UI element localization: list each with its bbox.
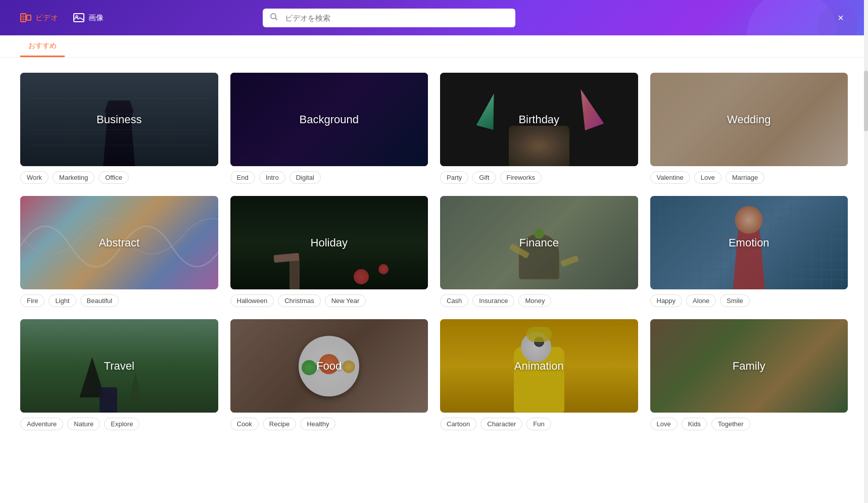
category-label-emotion: Emotion (729, 236, 769, 249)
category-block-family: FamilyLoveKidsTogether (650, 319, 848, 430)
tag-together[interactable]: Together (711, 418, 750, 430)
tags-row-holiday: HalloweenChristmasNew Year (230, 294, 428, 307)
tag-cook[interactable]: Cook (230, 418, 259, 430)
search-bar (263, 9, 515, 27)
tag-new-year[interactable]: New Year (325, 294, 366, 307)
category-card-birthday[interactable]: Birthday (440, 73, 638, 166)
category-card-wedding[interactable]: Wedding (650, 73, 848, 166)
tag-christmas[interactable]: Christmas (278, 294, 321, 307)
category-card-abstract[interactable]: Abstract (20, 196, 218, 289)
category-card-background[interactable]: Background (230, 73, 428, 166)
scrollbar-thumb[interactable] (864, 71, 868, 131)
tag-money[interactable]: Money (518, 294, 551, 307)
category-label-travel: Travel (104, 360, 134, 373)
tag-cartoon[interactable]: Cartoon (440, 418, 476, 430)
tag-love[interactable]: Love (694, 171, 721, 184)
tag-recipe[interactable]: Recipe (263, 418, 296, 430)
tags-row-wedding: ValentineLoveMarriage (650, 171, 848, 184)
tag-end[interactable]: End (230, 171, 255, 184)
tag-marriage[interactable]: Marriage (726, 171, 764, 184)
tag-happy[interactable]: Happy (650, 294, 683, 307)
tag-nature[interactable]: Nature (67, 418, 100, 430)
tag-party[interactable]: Party (440, 171, 468, 184)
tags-row-abstract: FireLightBeautiful (20, 294, 218, 307)
header: ビデオ 画像 × (0, 0, 868, 35)
tag-love[interactable]: Love (650, 418, 678, 430)
tag-gift[interactable]: Gift (472, 171, 496, 184)
category-overlay-family: Family (650, 319, 848, 413)
category-overlay-emotion: Emotion (650, 196, 848, 289)
close-button[interactable]: × (834, 10, 848, 26)
tag-light[interactable]: Light (49, 294, 76, 307)
category-card-travel[interactable]: Travel (20, 319, 218, 413)
tag-smile[interactable]: Smile (720, 294, 750, 307)
sub-nav: おすすめ (0, 35, 868, 58)
category-card-finance[interactable]: Finance (440, 196, 638, 289)
tag-work[interactable]: Work (20, 171, 49, 184)
category-label-background: Background (300, 113, 359, 126)
category-block-business: BusinessWorkMarketingOffice (20, 73, 218, 184)
tags-row-background: EndIntroDigital (230, 171, 428, 184)
category-overlay-food: Food (230, 319, 428, 413)
category-card-family[interactable]: Family (650, 319, 848, 413)
tags-row-birthday: PartyGiftFireworks (440, 171, 638, 184)
header-nav: ビデオ 画像 (20, 13, 104, 23)
category-card-food[interactable]: Food (230, 319, 428, 413)
nav-video-label: ビデオ (35, 13, 58, 23)
search-icon (270, 13, 278, 23)
main-content: BusinessWorkMarketingOffice BackgroundEn… (0, 58, 868, 503)
category-overlay-abstract: Abstract (20, 196, 218, 289)
category-overlay-holiday: Holiday (230, 196, 428, 289)
category-card-business[interactable]: Business (20, 73, 218, 166)
tags-row-travel: AdventureNatureExplore (20, 418, 218, 430)
category-block-travel: TravelAdventureNatureExplore (20, 319, 218, 430)
scrollbar[interactable] (864, 0, 868, 503)
category-block-birthday: BirthdayPartyGiftFireworks (440, 73, 638, 184)
category-overlay-animation: Animation (440, 319, 638, 413)
tags-row-finance: CashInsuranceMoney (440, 294, 638, 307)
tags-row-emotion: HappyAloneSmile (650, 294, 848, 307)
category-block-holiday: HolidayHalloweenChristmasNew Year (230, 196, 428, 307)
tag-fireworks[interactable]: Fireworks (500, 171, 542, 184)
category-overlay-birthday: Birthday (440, 73, 638, 166)
category-label-business: Business (97, 113, 141, 126)
category-block-food: FoodCookRecipeHealthy (230, 319, 428, 430)
image-icon (73, 13, 84, 22)
tags-row-business: WorkMarketingOffice (20, 171, 218, 184)
tag-alone[interactable]: Alone (686, 294, 716, 307)
category-card-holiday[interactable]: Holiday (230, 196, 428, 289)
svg-rect-1 (23, 14, 24, 22)
tag-cash[interactable]: Cash (440, 294, 468, 307)
tag-office[interactable]: Office (99, 171, 129, 184)
subnav-item-recommended[interactable]: おすすめ (20, 36, 65, 57)
tag-healthy[interactable]: Healthy (300, 418, 335, 430)
tag-fire[interactable]: Fire (20, 294, 44, 307)
category-card-animation[interactable]: Animation (440, 319, 638, 413)
svg-rect-2 (21, 16, 26, 17)
tag-intro[interactable]: Intro (259, 171, 285, 184)
category-label-animation: Animation (514, 360, 564, 373)
tag-digital[interactable]: Digital (290, 171, 321, 184)
category-label-wedding: Wedding (727, 113, 770, 126)
category-overlay-background: Background (230, 73, 428, 166)
tag-explore[interactable]: Explore (104, 418, 139, 430)
tag-marketing[interactable]: Marketing (53, 171, 94, 184)
category-block-animation: AnimationCartoonCharacterFun (440, 319, 638, 430)
category-block-wedding: WeddingValentineLoveMarriage (650, 73, 848, 184)
tag-insurance[interactable]: Insurance (472, 294, 514, 307)
search-input[interactable] (263, 9, 515, 27)
tag-adventure[interactable]: Adventure (20, 418, 63, 430)
nav-video[interactable]: ビデオ (20, 13, 58, 23)
tag-kids[interactable]: Kids (682, 418, 707, 430)
tag-valentine[interactable]: Valentine (650, 171, 690, 184)
tag-fun[interactable]: Fun (526, 418, 551, 430)
video-icon (20, 13, 31, 22)
category-block-background: BackgroundEndIntroDigital (230, 73, 428, 184)
nav-image-label: 画像 (88, 13, 104, 23)
tag-beautiful[interactable]: Beautiful (80, 294, 119, 307)
category-card-emotion[interactable]: Emotion (650, 196, 848, 289)
tag-character[interactable]: Character (480, 418, 522, 430)
category-overlay-travel: Travel (20, 319, 218, 413)
nav-image[interactable]: 画像 (73, 13, 104, 23)
tag-halloween[interactable]: Halloween (230, 294, 274, 307)
